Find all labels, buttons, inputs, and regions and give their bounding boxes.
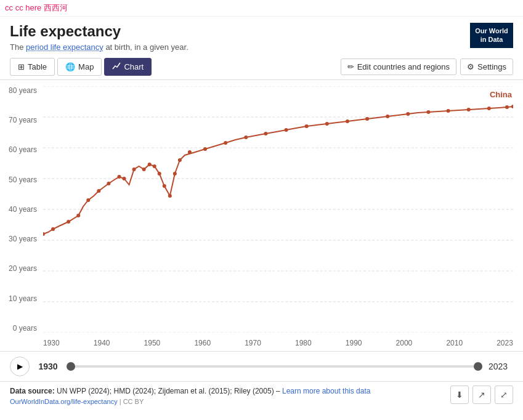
play-icon: ▶	[17, 362, 23, 371]
title-block: Life expectancy The period life expectan…	[10, 23, 189, 52]
svg-point-20	[148, 163, 152, 166]
chart-subtitle: The period life expectancy at birth, in …	[10, 42, 189, 52]
x-label-1930: 1930	[43, 339, 60, 347]
slider-thumb-end[interactable]	[474, 362, 482, 371]
footer-text-block: Data source: UN WPP (2024); HMD (2024); …	[10, 386, 370, 407]
svg-point-44	[511, 105, 513, 108]
svg-point-15	[107, 182, 110, 185]
pencil-icon: ✏	[347, 62, 354, 71]
chart-icon	[112, 62, 121, 72]
y-label-30: 30 years	[0, 235, 42, 243]
end-year-label: 2023	[489, 361, 513, 371]
cc-text: cc cc here 西西河	[5, 3, 68, 12]
expand-icon: ⤢	[500, 390, 508, 400]
download-button[interactable]: ⬇	[450, 386, 469, 404]
svg-point-36	[365, 117, 369, 121]
x-label-2023: 2023	[497, 339, 513, 347]
svg-point-31	[264, 132, 267, 135]
svg-point-41	[467, 108, 471, 111]
download-icon: ⬇	[456, 390, 463, 400]
play-button[interactable]: ▶	[10, 357, 30, 376]
svg-point-21	[153, 164, 156, 168]
svg-point-27	[188, 150, 192, 154]
here-link[interactable]: cc here 西西河	[15, 3, 68, 12]
timeline-slider[interactable]	[67, 365, 482, 368]
x-label-2010: 2010	[446, 339, 463, 347]
svg-point-18	[132, 168, 136, 171]
y-label-20: 20 years	[0, 264, 42, 273]
svg-point-16	[117, 175, 121, 179]
svg-point-19	[142, 168, 146, 171]
svg-point-28	[203, 147, 207, 151]
svg-point-43	[505, 105, 509, 109]
top-bar: cc cc here 西西河	[0, 0, 523, 17]
y-label-80: 80 years	[0, 86, 42, 95]
edit-countries-button[interactable]: ✏ Edit countries and regions	[341, 59, 456, 75]
svg-point-23	[163, 184, 166, 188]
svg-point-35	[346, 119, 349, 123]
svg-point-14	[97, 189, 100, 193]
y-label-60: 60 years	[0, 145, 42, 154]
svg-point-10	[51, 227, 55, 231]
svg-point-39	[426, 110, 430, 114]
svg-point-40	[447, 109, 450, 113]
x-axis: 1930 1940 1950 1960 1970 1980 1990 2000 …	[43, 339, 513, 347]
tab-table[interactable]: ⊞ Table	[10, 58, 55, 76]
start-year-label: 1930	[36, 361, 60, 371]
chart-area: 0 years 10 years 20 years 30 years 40 ye…	[0, 80, 523, 351]
y-label-10: 10 years	[0, 294, 42, 303]
svg-point-30	[244, 135, 248, 139]
share-button[interactable]: ↗	[472, 386, 491, 404]
data-source-text: UN WPP (2024); HMD (2024); Zijdeman et a…	[57, 387, 280, 395]
header-area: Life expectancy The period life expectan…	[0, 17, 523, 54]
svg-point-34	[325, 122, 329, 126]
svg-point-17	[123, 177, 126, 180]
settings-icon: ⚙	[467, 62, 474, 71]
toolbar-tabs: ⊞ Table 🌐 Map Chart	[10, 58, 152, 76]
china-line	[43, 107, 513, 234]
svg-point-37	[386, 115, 389, 118]
svg-point-32	[285, 128, 288, 132]
svg-point-26	[178, 158, 182, 162]
expand-button[interactable]: ⤢	[495, 386, 513, 404]
playback-area: ▶ 1930 2023	[0, 351, 523, 381]
site-url-link[interactable]: OurWorldInData.org/life-expectancy	[10, 398, 118, 405]
share-icon: ↗	[478, 390, 485, 400]
data-source-line: Data source: UN WPP (2024); HMD (2024); …	[10, 386, 370, 397]
y-label-40: 40 years	[0, 205, 42, 214]
svg-point-9	[43, 232, 45, 236]
globe-icon: 🌐	[65, 62, 75, 71]
svg-point-24	[168, 194, 172, 198]
x-label-2000: 2000	[396, 339, 413, 347]
x-label-1990: 1990	[346, 339, 362, 347]
learn-more-link[interactable]: Learn more about this data	[282, 387, 370, 395]
slider-thumb-start[interactable]	[67, 362, 75, 371]
subtitle-highlight[interactable]: period life expectancy	[26, 42, 103, 52]
x-label-1940: 1940	[94, 339, 110, 347]
chart-title: Life expectancy	[10, 23, 189, 41]
x-label-1950: 1950	[144, 339, 161, 347]
x-label-1960: 1960	[194, 339, 211, 347]
tab-chart[interactable]: Chart	[104, 58, 152, 76]
tab-map[interactable]: 🌐 Map	[57, 58, 102, 76]
footer-url-line: OurWorldInData.org/life-expectancy | CC …	[10, 397, 370, 407]
svg-point-11	[67, 220, 70, 224]
footer-actions: ⬇ ↗ ⤢	[450, 386, 513, 404]
settings-button[interactable]: ⚙ Settings	[460, 59, 513, 75]
chart-svg	[43, 86, 513, 333]
svg-point-12	[76, 214, 80, 217]
svg-point-25	[173, 172, 177, 176]
x-label-1980: 1980	[295, 339, 312, 347]
chart-inner: China	[43, 86, 513, 333]
svg-point-13	[86, 198, 90, 202]
footer-area: Data source: UN WPP (2024); HMD (2024); …	[0, 381, 523, 411]
table-icon: ⊞	[18, 62, 25, 71]
china-label: China	[490, 90, 512, 99]
license-text: CC BY	[123, 398, 144, 405]
svg-point-38	[406, 112, 410, 116]
data-source-label: Data source:	[10, 387, 55, 395]
owid-logo[interactable]: Our World in Data	[470, 23, 513, 48]
y-label-0: 0 years	[0, 324, 42, 333]
y-axis: 0 years 10 years 20 years 30 years 40 ye…	[0, 86, 42, 333]
y-label-50: 50 years	[0, 176, 42, 184]
